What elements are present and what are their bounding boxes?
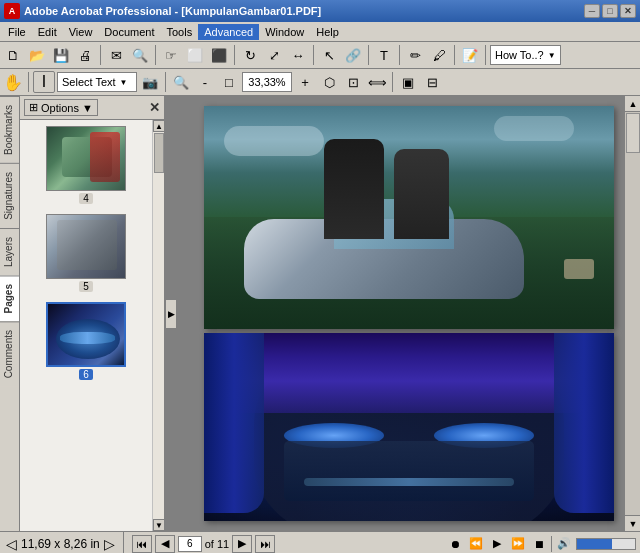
status-play-icon[interactable]: ▶ <box>488 535 506 553</box>
tab-pages[interactable]: Pages <box>0 275 19 321</box>
sep2 <box>155 45 156 65</box>
options-button[interactable]: ⊞ Options ▼ <box>24 99 98 116</box>
text-tool-button[interactable]: T <box>373 44 395 66</box>
status-record-icon[interactable]: ⏺ <box>446 535 464 553</box>
stamp-button[interactable]: 🖊 <box>428 44 450 66</box>
cursor-button[interactable]: ↖ <box>318 44 340 66</box>
panel-close-button[interactable]: ✕ <box>149 100 160 115</box>
sep7 <box>454 45 455 65</box>
fit-width-button[interactable]: ↔ <box>287 44 309 66</box>
thumb-panel-header: ⊞ Options ▼ ✕ <box>20 96 164 120</box>
fit-page-button[interactable]: ⤢ <box>263 44 285 66</box>
maximize-button[interactable]: □ <box>602 4 618 18</box>
menu-tools[interactable]: Tools <box>161 24 199 40</box>
tab-signatures[interactable]: Signatures <box>0 163 19 228</box>
menu-edit[interactable]: Edit <box>32 24 63 40</box>
sep3 <box>234 45 235 65</box>
pdf-scroll-up[interactable]: ▲ <box>625 96 640 112</box>
menu-advanced[interactable]: Advanced <box>198 24 259 40</box>
link-button[interactable]: 🔗 <box>342 44 364 66</box>
view-mode-single[interactable]: ▣ <box>397 71 419 93</box>
tab-bookmarks[interactable]: Bookmarks <box>0 96 19 163</box>
menu-window[interactable]: Window <box>259 24 310 40</box>
thumb-img-5 <box>46 214 126 279</box>
scroll-down-arrow[interactable]: ▼ <box>153 519 164 531</box>
sep10 <box>165 72 166 92</box>
thumb-scrollbar[interactable]: ▲ ▼ <box>152 120 164 531</box>
pdf-viewer[interactable]: ▶ <box>165 96 640 531</box>
menu-document[interactable]: Document <box>98 24 160 40</box>
volume-bar[interactable] <box>576 538 636 550</box>
thumb-label-6: 6 <box>79 369 93 380</box>
page-number-input[interactable] <box>178 536 202 552</box>
nav-first-button[interactable]: ⏮ <box>132 535 152 553</box>
hand-tool2[interactable]: ✋ <box>2 71 24 93</box>
zoom-dropdown-btn[interactable]: ⬡ <box>318 71 340 93</box>
status-end-icon[interactable]: ⏹ <box>530 535 548 553</box>
status-nav-left: ◁ 11,69 x 8,26 in ▷ <box>4 532 124 553</box>
scroll-up-arrow[interactable]: ▲ <box>153 120 164 132</box>
page-thumb-btn[interactable]: □ <box>218 71 240 93</box>
save-button[interactable]: 💾 <box>50 44 72 66</box>
nav-next-button[interactable]: ▶ <box>232 535 252 553</box>
zoom-plus[interactable]: + <box>294 71 316 93</box>
pdf-scroll-down[interactable]: ▼ <box>625 515 640 531</box>
select-text-dropdown[interactable]: Select Text ▼ <box>57 72 137 92</box>
pdf-scroll-area[interactable] <box>177 96 640 531</box>
thumb-page-6[interactable]: 6 <box>44 300 128 382</box>
thumb6-art <box>48 304 124 365</box>
sep8 <box>485 45 486 65</box>
side-tabs: Bookmarks Signatures Layers Pages Commen… <box>0 96 20 531</box>
highlight-button[interactable]: ✏ <box>404 44 426 66</box>
camera-btn[interactable]: 📷 <box>139 71 161 93</box>
nav-prev-button[interactable]: ◀ <box>155 535 175 553</box>
zoom-out-button[interactable]: ⬛ <box>208 44 230 66</box>
thumb5-art <box>47 215 125 278</box>
tab-comments[interactable]: Comments <box>0 321 19 386</box>
minimize-button[interactable]: ─ <box>584 4 600 18</box>
menu-help[interactable]: Help <box>310 24 345 40</box>
view-mode-continuous[interactable]: ⊟ <box>421 71 443 93</box>
thumb-page-5[interactable]: 5 <box>44 212 128 294</box>
sep5 <box>368 45 369 65</box>
zoom-out2[interactable]: 🔍 <box>170 71 192 93</box>
fit-width2[interactable]: ⟺ <box>366 71 388 93</box>
open-button[interactable]: 📂 <box>26 44 48 66</box>
thumb-page-4[interactable]: 4 <box>44 124 128 206</box>
thumb-label-4: 4 <box>79 193 93 204</box>
panel-expand-button[interactable]: ▶ <box>165 299 177 329</box>
thumbnail-scroll[interactable]: 4 5 <box>20 120 152 531</box>
zoom-in-button[interactable]: ⬜ <box>184 44 206 66</box>
binoculars-button[interactable]: 🔍 <box>129 44 151 66</box>
fit-page2[interactable]: ⊡ <box>342 71 364 93</box>
text-cursor-btn[interactable]: I <box>33 71 55 93</box>
total-pages: 11 <box>217 538 229 550</box>
nav-first-left[interactable]: ◁ <box>4 536 19 552</box>
menu-view[interactable]: View <box>63 24 99 40</box>
rotate-button[interactable]: ↻ <box>239 44 261 66</box>
zoom-minus[interactable]: - <box>194 71 216 93</box>
main-area: Bookmarks Signatures Layers Pages Commen… <box>0 96 640 531</box>
nav-scroll-right[interactable]: ▷ <box>102 536 117 552</box>
pdf-scrollbar[interactable]: ▲ ▼ <box>624 96 640 531</box>
status-rewind-icon[interactable]: ⏪ <box>467 535 485 553</box>
menu-bar: File Edit View Document Tools Advanced W… <box>0 22 640 42</box>
email-button[interactable]: ✉ <box>105 44 127 66</box>
title-controls[interactable]: ─ □ ✕ <box>584 4 636 18</box>
print-button[interactable]: 🖨 <box>74 44 96 66</box>
close-button[interactable]: ✕ <box>620 4 636 18</box>
tab-layers[interactable]: Layers <box>0 228 19 275</box>
of-label: of <box>205 538 214 550</box>
how-to-dropdown[interactable]: How To..? ▼ <box>490 45 561 65</box>
menu-file[interactable]: File <box>2 24 32 40</box>
select-arrow: ▼ <box>120 78 128 87</box>
new-button[interactable]: 🗋 <box>2 44 24 66</box>
nav-last-button[interactable]: ⏭ <box>255 535 275 553</box>
thumbnail-panel: ⊞ Options ▼ ✕ 4 <box>20 96 165 531</box>
hand-tool-button[interactable]: ☞ <box>160 44 182 66</box>
zoom-input[interactable] <box>242 72 292 92</box>
status-speaker-icon[interactable]: 🔊 <box>555 535 573 553</box>
status-forward-icon[interactable]: ⏩ <box>509 535 527 553</box>
app-icon: A <box>4 3 20 19</box>
sign-button[interactable]: 📝 <box>459 44 481 66</box>
